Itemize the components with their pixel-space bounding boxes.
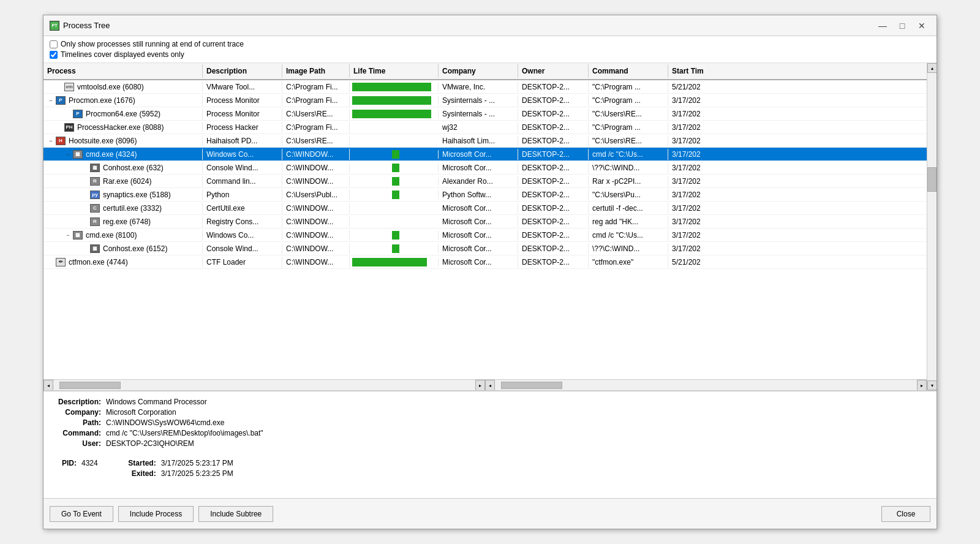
only-running-option[interactable]: Only show processes still running at end… <box>50 40 930 48</box>
table-row[interactable]: P Procmon64.exe (5952) Process MonitorC:… <box>43 107 927 121</box>
table-row[interactable]: py synaptics.exe (5188) PythonC:\Users\P… <box>43 188 927 202</box>
col-header-process[interactable]: Process <box>43 64 203 78</box>
description-cell: VMware Tool... <box>203 81 282 93</box>
process-cell: − P Procmon.exe (1676) <box>43 95 203 106</box>
process-icon: ▦ <box>90 244 100 253</box>
description-cell: Windows Co... <box>203 230 282 241</box>
maximize-button[interactable]: □ <box>894 19 911 32</box>
lifetime-cell <box>350 244 439 253</box>
minimize-button[interactable]: — <box>874 19 891 32</box>
table-row[interactable]: vm vmtoolsd.exe (6080) VMware Tool...C:\… <box>43 80 927 94</box>
started-row: Started: 3/17/2025 5:23:17 PM <box>123 459 233 467</box>
title-bar-left: PT Process Tree <box>50 21 110 31</box>
timelines-checkbox[interactable] <box>50 51 58 59</box>
process-cell: ✏ ctfmon.exe (4744) <box>43 257 203 268</box>
table-row[interactable]: − H Hootsuite.exe (8096) Haihaisoft PD..… <box>43 134 927 148</box>
scroll-left-btn[interactable]: ◂ <box>43 380 53 390</box>
col-header-lifetime[interactable]: Life Time <box>350 64 439 78</box>
expand-icon <box>81 178 89 185</box>
table-row[interactable]: − ▩ cmd.exe (4324) Windows Co...C:\WINDO… <box>43 148 927 161</box>
imagepath-cell: C:\Program Fi... <box>282 81 350 93</box>
scroll-thumb-v[interactable] <box>927 167 937 192</box>
lifetime-cell <box>350 258 439 266</box>
process-icon: ✏ <box>56 258 66 266</box>
expand-icon[interactable]: − <box>64 232 72 239</box>
table-row[interactable]: ✏ ctfmon.exe (4744) CTF LoaderC:\WINDOW.… <box>43 255 927 269</box>
expand-icon[interactable]: − <box>47 137 55 145</box>
close-window-button[interactable]: ✕ <box>913 19 930 32</box>
starttime-cell: 3/17/202 <box>668 176 729 187</box>
process-name: ctfmon.exe (4744) <box>69 258 128 266</box>
process-cell: − ▩ cmd.exe (4324) <box>43 149 203 160</box>
process-icon: ▩ <box>73 231 83 240</box>
started-block: Started: 3/17/2025 5:23:17 PM Exited: 3/… <box>123 459 233 478</box>
col-header-company[interactable]: Company <box>439 64 518 78</box>
path-label: Path: <box>52 418 101 427</box>
scroll-left-btn2[interactable]: ◂ <box>485 380 495 390</box>
table-row[interactable]: ▦ Conhost.exe (632) Console Wind...C:\WI… <box>43 161 927 175</box>
table-outer: Process Description Image Path Life Time… <box>43 63 937 390</box>
table-row[interactable]: − P Procmon.exe (1676) Process MonitorC:… <box>43 94 927 107</box>
scroll-right-btn2[interactable]: ▸ <box>917 380 927 390</box>
command-cell: cmd /c "C:\Us... <box>589 149 668 160</box>
company-value: Microsoft Corporation <box>106 408 176 417</box>
expand-icon[interactable]: − <box>64 151 72 158</box>
table-header: Process Description Image Path Life Time… <box>43 63 927 80</box>
horizontal-scrollbar[interactable]: ◂ ▸ ◂ ▸ <box>43 379 927 390</box>
scroll-right-btn-left[interactable]: ▸ <box>475 380 485 390</box>
scroll-track-left <box>53 380 475 390</box>
timelines-option[interactable]: Timelines cover displayed events only <box>50 50 930 59</box>
starttime-cell: 5/21/202 <box>668 81 729 93</box>
imagepath-cell: C:\WINDOW... <box>282 162 350 173</box>
process-name: cmd.exe (8100) <box>86 231 137 240</box>
company-cell: Microsoft Cor... <box>439 216 518 227</box>
scroll-down-btn[interactable]: ▾ <box>927 380 937 390</box>
description-label: Description: <box>52 398 101 406</box>
title-controls: — □ ✕ <box>874 19 930 32</box>
expand-icon[interactable]: − <box>47 97 55 104</box>
col-header-description[interactable]: Description <box>203 64 282 78</box>
owner-cell: DESKTOP-2... <box>518 176 589 187</box>
table-row[interactable]: R reg.exe (6748) Registry Cons...C:\WIND… <box>43 215 927 229</box>
owner-cell: DESKTOP-2... <box>518 81 589 93</box>
table-row[interactable]: PH ProcessHacker.exe (8088) Process Hack… <box>43 121 927 134</box>
col-header-starttime[interactable]: Start Tim <box>668 64 729 78</box>
process-cell: R reg.exe (6748) <box>43 216 203 227</box>
col-header-imagepath[interactable]: Image Path <box>282 64 350 78</box>
scroll-up-btn[interactable]: ▴ <box>927 63 937 73</box>
lifetime-cell <box>350 164 439 172</box>
command-cell: "C:\Program ... <box>589 81 668 93</box>
command-cell: "C:\Users\RE... <box>589 135 668 146</box>
process-name: vmtoolsd.exe (6080) <box>77 83 144 91</box>
starttime-cell: 3/17/202 <box>668 203 729 214</box>
col-header-command[interactable]: Command <box>589 64 668 78</box>
process-icon: H <box>56 137 66 145</box>
company-cell: Microsoft Cor... <box>439 257 518 268</box>
process-icon: ▦ <box>90 164 100 172</box>
table-row[interactable]: R Rar.exe (6024) Command lin...C:\WINDOW… <box>43 175 927 188</box>
started-value: 3/17/2025 5:23:17 PM <box>161 459 233 467</box>
command-cell: certutil -f -dec... <box>589 203 668 214</box>
scroll-thumb-left[interactable] <box>59 382 121 389</box>
table-body[interactable]: vm vmtoolsd.exe (6080) VMware Tool...C:\… <box>43 80 927 379</box>
go-to-event-button[interactable]: Go To Event <box>50 506 113 522</box>
table-row[interactable]: − ▩ cmd.exe (8100) Windows Co...C:\WINDO… <box>43 229 927 242</box>
only-running-label: Only show processes still running at end… <box>61 40 244 48</box>
only-running-checkbox[interactable] <box>50 40 58 48</box>
close-button[interactable]: Close <box>881 506 930 522</box>
include-process-button[interactable]: Include Process <box>118 506 194 522</box>
include-subtree-button[interactable]: Include Subtree <box>198 506 273 522</box>
starttime-cell: 3/17/202 <box>668 95 729 106</box>
company-cell: wj32 <box>439 122 518 133</box>
detail-command-row: Command: cmd /c "C:\Users\REM\Desktop\fo… <box>52 429 928 437</box>
command-cell: "C:\Program ... <box>589 95 668 106</box>
expand-icon <box>81 245 89 252</box>
table-row[interactable]: ▦ Conhost.exe (6152) Console Wind...C:\W… <box>43 242 927 255</box>
vertical-scrollbar[interactable]: ▴ ▾ <box>927 63 937 390</box>
imagepath-cell: C:\WINDOW... <box>282 203 350 214</box>
table-row[interactable]: C certutil.exe (3332) CertUtil.exeC:\WIN… <box>43 202 927 215</box>
owner-cell: DESKTOP-2... <box>518 108 589 119</box>
process-cell: C certutil.exe (3332) <box>43 203 203 214</box>
scroll-thumb-right[interactable] <box>501 382 562 389</box>
col-header-owner[interactable]: Owner <box>518 64 589 78</box>
